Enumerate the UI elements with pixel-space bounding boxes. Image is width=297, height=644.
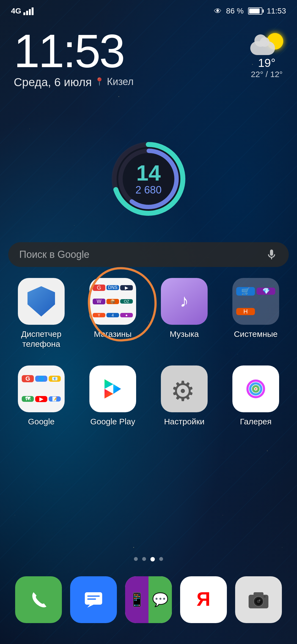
app-grid-section: Диспетчертелефона G DNS ▶ W 📦 OZ Y 4 ● М… (0, 278, 297, 443)
svg-text:Я: Я (197, 588, 210, 610)
app-item-google-play[interactable]: Google Play (82, 365, 143, 427)
yandex-svg: Я (190, 586, 217, 613)
settings-label: Настройки (164, 417, 204, 427)
app-row-2: G 🌐 📧 🗺 ▶ 📝 Google (11, 365, 286, 427)
page-dots (134, 557, 163, 561)
signal-type: 4G (11, 7, 21, 15)
gallery-svg (242, 375, 270, 403)
battery-icon (248, 7, 262, 15)
google-play-icon[interactable] (89, 365, 136, 412)
cloud-shape (250, 41, 275, 55)
camera-svg (246, 587, 271, 612)
battery-fill (249, 9, 260, 13)
search-bar-section[interactable]: Поиск в Google (8, 242, 289, 267)
viber-mini-icon: 📱 (129, 592, 145, 607)
app-item-google[interactable]: G 🌐 📧 🗺 ▶ 📝 Google (11, 365, 72, 427)
weather-widget[interactable]: 19° 22° / 12° (250, 33, 283, 79)
ring-center: 14 2 680 (135, 162, 161, 196)
svg-text:♪: ♪ (180, 291, 189, 311)
dock-item-messenger[interactable]: 📱 💬 (121, 576, 176, 627)
dock-item-yandex[interactable]: Я (176, 576, 231, 627)
ring-number: 14 (135, 162, 161, 184)
messages-icon[interactable] (70, 576, 117, 623)
status-left: 4G (11, 7, 34, 15)
weather-temp: 19° (258, 56, 276, 70)
dock-item-camera[interactable] (231, 576, 286, 627)
eye-icon: 👁 (214, 7, 222, 16)
dispatcher-icon[interactable] (18, 278, 65, 325)
camera-icon[interactable] (235, 576, 282, 623)
svg-marker-6 (105, 379, 113, 389)
settings-icon[interactable]: ⚙ (161, 365, 208, 412)
messenger-icon[interactable]: 📱 💬 (125, 576, 172, 623)
dock-section: 📱 💬 Я (0, 576, 297, 627)
dot-3-active[interactable] (150, 557, 155, 561)
signal-bars (23, 7, 34, 15)
svg-rect-17 (87, 599, 96, 600)
app-item-gallery[interactable]: Галерея (226, 365, 286, 427)
search-placeholder: Поиск в Google (19, 249, 89, 260)
svg-rect-16 (87, 596, 100, 597)
mic-icon[interactable] (265, 249, 278, 261)
svg-point-14 (255, 388, 257, 390)
battery-container (248, 7, 262, 15)
svg-marker-10 (113, 384, 121, 394)
app-item-system[interactable]: 🛒 💎 H Системные (226, 278, 286, 349)
weather-range: 22° / 12° (251, 70, 283, 79)
fitness-widget[interactable]: 14 2 680 (107, 138, 190, 220)
google-label: Google (28, 417, 55, 427)
status-right: 👁 86 % 11:53 (214, 7, 286, 16)
app-item-dispatcher[interactable]: Диспетчертелефона (11, 278, 72, 349)
stores-label: Магазины (94, 329, 131, 339)
yandex-icon[interactable]: Я (180, 576, 227, 623)
messages-svg (81, 587, 106, 612)
shield-shape (28, 286, 55, 316)
svg-marker-7 (105, 389, 113, 399)
dot-2[interactable] (142, 557, 146, 561)
location-name: Кизел (107, 76, 134, 88)
google-icon[interactable]: G 🌐 📧 🗺 ▶ 📝 (18, 365, 65, 412)
weather-icon (250, 33, 283, 55)
phone-svg (26, 587, 51, 612)
system-label: Системные (234, 329, 278, 339)
dock-item-phone[interactable] (11, 576, 66, 627)
svg-point-27 (264, 596, 266, 598)
app-item-music[interactable]: ♪ Музыка (154, 278, 215, 349)
music-note-svg: ♪ (172, 289, 197, 314)
time-left: 11:53 Среда, 6 июля 📍 Кизел (14, 28, 134, 89)
app-item-settings[interactable]: ⚙ Настройки (154, 365, 215, 427)
location-label: 📍 (95, 77, 104, 86)
gear-icon: ⚙ (170, 375, 198, 403)
battery-percent: 86 % (226, 7, 244, 15)
app-item-stores[interactable]: G DNS ▶ W 📦 OZ Y 4 ● Магазины (82, 278, 143, 349)
clock-display: 11:53 (14, 28, 124, 74)
svg-point-26 (259, 599, 260, 601)
whatsapp-mini-icon: 💬 (152, 592, 169, 607)
time-weather-section: 11:53 Среда, 6 июля 📍 Кизел 19° 22° / 12… (0, 28, 297, 89)
dot-1[interactable] (134, 557, 138, 561)
time-row: 11:53 Среда, 6 июля 📍 Кизел 19° 22° / 12… (14, 28, 283, 89)
stores-icon[interactable]: G DNS ▶ W 📦 OZ Y 4 ● (89, 278, 136, 325)
dock-row: 📱 💬 Я (11, 576, 286, 627)
phone-icon[interactable] (15, 576, 62, 623)
ring-steps: 2 680 (135, 184, 161, 196)
dot-4[interactable] (159, 557, 163, 561)
music-label: Музыка (170, 329, 199, 339)
status-bar: 4G 👁 86 % 11:53 (0, 0, 297, 22)
system-icon[interactable]: 🛒 💎 H (232, 278, 279, 325)
music-icon[interactable]: ♪ (161, 278, 208, 325)
app-row-1: Диспетчертелефона G DNS ▶ W 📦 OZ Y 4 ● М… (11, 278, 286, 349)
gallery-label: Галерея (240, 417, 271, 427)
date-display: Среда, 6 июля (14, 76, 92, 89)
google-play-svg (99, 375, 127, 403)
search-bar[interactable]: Поиск в Google (8, 242, 289, 267)
status-time: 11:53 (267, 7, 286, 15)
svg-marker-18 (87, 605, 94, 608)
dock-item-messages[interactable] (66, 576, 121, 627)
google-play-label: Google Play (90, 417, 135, 427)
gallery-icon[interactable] (232, 365, 279, 412)
dispatcher-label: Диспетчертелефона (21, 329, 62, 349)
